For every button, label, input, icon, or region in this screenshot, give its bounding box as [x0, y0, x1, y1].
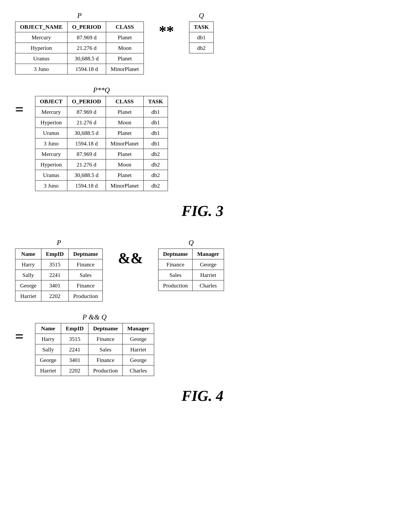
table-cell: MinorPlanet: [106, 180, 143, 191]
table-cell: Sally: [15, 270, 41, 280]
table-cell: Uranus: [15, 53, 68, 64]
table-cell: Production: [158, 280, 193, 291]
table-cell: 3 Juno: [35, 138, 67, 149]
fig3-top: P OBJECT_NAME O_PERIOD CLASS Mercury87.9…: [15, 11, 390, 74]
fig4-q-col-manager: Manager: [192, 249, 224, 259]
fig4-q-table: Deptname Manager FinanceGeorgeSalesHarri…: [158, 249, 224, 291]
table-cell: Planet: [106, 53, 144, 64]
fig4-equals: =: [15, 313, 24, 345]
fig3-p-container: P OBJECT_NAME O_PERIOD CLASS Mercury87.9…: [15, 11, 144, 74]
table-cell: Finance: [88, 334, 122, 344]
table-cell: Planet: [106, 128, 143, 138]
table-row: Sally2241SalesHarriet: [35, 344, 154, 355]
table-cell: db1: [143, 138, 168, 149]
fig4-q-label: Q: [189, 238, 194, 247]
table-cell: 1594.18 d: [68, 64, 106, 74]
table-cell: db1: [143, 107, 168, 117]
fig4-label: FIG. 4: [15, 387, 390, 404]
table-cell: 3401: [41, 280, 68, 291]
fig3-result-container: P**Q OBJECT O_PERIOD CLASS TASK Mercury8…: [35, 86, 168, 191]
table-cell: George: [15, 280, 41, 291]
table-cell: Planet: [106, 170, 143, 180]
table-cell: George: [122, 355, 154, 365]
fig4-p-container: P Name EmpID Deptname Harry3515FinanceSa…: [15, 238, 103, 302]
table-cell: Harriet: [35, 365, 61, 376]
table-row: SalesHarriet: [158, 270, 224, 280]
table-cell: db2: [189, 43, 214, 53]
table-cell: Harry: [35, 334, 61, 344]
fig4-p-label: P: [57, 238, 61, 247]
table-cell: Harriet: [192, 270, 224, 280]
table-cell: Production: [68, 291, 103, 301]
fig3-p-col-objectname: OBJECT_NAME: [15, 22, 68, 32]
table-row: 3 Juno1594.18 dMinorPlanet: [15, 64, 144, 74]
fig4-q-container: Q Deptname Manager FinanceGeorgeSalesHar…: [158, 238, 224, 291]
table-row: Mercury87.969 dPlanet: [15, 32, 144, 43]
fig3-result-table: OBJECT O_PERIOD CLASS TASK Mercury87.969…: [35, 96, 168, 191]
table-cell: George: [122, 334, 154, 344]
table-cell: Moon: [106, 117, 143, 128]
table-cell: Production: [88, 365, 122, 376]
table-cell: db2: [143, 149, 168, 159]
table-cell: Mercury: [15, 32, 68, 43]
table-row: Harriet2202Production: [15, 291, 103, 301]
table-cell: MinorPlanet: [106, 64, 144, 74]
fig4-result-section: = P && Q Name EmpID Deptname Manager Har…: [15, 313, 390, 376]
fig3-r-col-object: OBJECT: [35, 96, 67, 107]
fig4-result-container: P && Q Name EmpID Deptname Manager Harry…: [35, 313, 154, 376]
fig3-p-col-operiod: O_PERIOD: [68, 22, 106, 32]
fig4-r-col-deptname: Deptname: [88, 323, 122, 334]
fig3-p-label: P: [77, 11, 81, 20]
fig3-p-table: OBJECT_NAME O_PERIOD CLASS Mercury87.969…: [15, 21, 144, 74]
table-cell: Hyperion: [35, 159, 67, 170]
fig4-q-col-deptname: Deptname: [158, 249, 193, 259]
table-cell: db1: [189, 32, 214, 43]
table-row: db1: [189, 32, 214, 43]
table-cell: Sally: [35, 344, 61, 355]
table-cell: 87.969 d: [67, 149, 106, 159]
table-cell: Mercury: [35, 107, 67, 117]
table-row: Harry3515FinanceGeorge: [35, 334, 154, 344]
fig4-section: P Name EmpID Deptname Harry3515FinanceSa…: [15, 238, 390, 404]
table-cell: 1594.18 d: [67, 180, 106, 191]
table-cell: Finance: [68, 259, 103, 270]
table-cell: Planet: [106, 107, 143, 117]
fig4-r-col-name: Name: [35, 323, 61, 334]
table-row: Hyperion21.276 dMoondb1: [35, 117, 168, 128]
fig3-label: FIG. 3: [15, 202, 390, 220]
table-cell: db1: [143, 128, 168, 138]
table-row: Harry3515Finance: [15, 259, 103, 270]
table-cell: Uranus: [35, 128, 67, 138]
table-cell: Hyperion: [35, 117, 67, 128]
table-cell: 3401: [61, 355, 88, 365]
table-row: Hyperion21.276 dMoondb2: [35, 159, 168, 170]
table-cell: George: [35, 355, 61, 365]
table-cell: Hyperion: [15, 43, 68, 53]
table-cell: db2: [143, 170, 168, 180]
table-row: George3401FinanceGeorge: [35, 355, 154, 365]
table-cell: 30,688.5 d: [67, 170, 106, 180]
table-row: 3 Juno1594.18 dMinorPlanetdb1: [35, 138, 168, 149]
table-cell: 1594.18 d: [67, 138, 106, 149]
table-row: db2: [189, 43, 214, 53]
table-cell: Moon: [106, 159, 143, 170]
table-cell: Harriet: [122, 344, 154, 355]
table-cell: 21.276 d: [68, 43, 106, 53]
table-cell: db1: [143, 117, 168, 128]
table-cell: 3515: [41, 259, 68, 270]
fig4-p-col-empid: EmpID: [41, 249, 68, 259]
table-cell: Mercury: [35, 149, 67, 159]
table-row: Uranus30,688.5 dPlanetdb1: [35, 128, 168, 138]
table-row: George3401Finance: [15, 280, 103, 291]
fig3-q-table: TASK db1db2: [189, 21, 214, 53]
fig4-p-col-deptname: Deptname: [68, 249, 103, 259]
fig4-top: P Name EmpID Deptname Harry3515FinanceSa…: [15, 238, 390, 302]
table-cell: Finance: [88, 355, 122, 365]
table-cell: Sales: [68, 270, 103, 280]
table-cell: Charles: [122, 365, 154, 376]
table-cell: Sales: [158, 270, 193, 280]
table-cell: 21.276 d: [67, 117, 106, 128]
table-row: 3 Juno1594.18 dMinorPlanetdb2: [35, 180, 168, 191]
table-row: Mercury87.969 dPlanetdb2: [35, 149, 168, 159]
table-cell: Harry: [15, 259, 41, 270]
